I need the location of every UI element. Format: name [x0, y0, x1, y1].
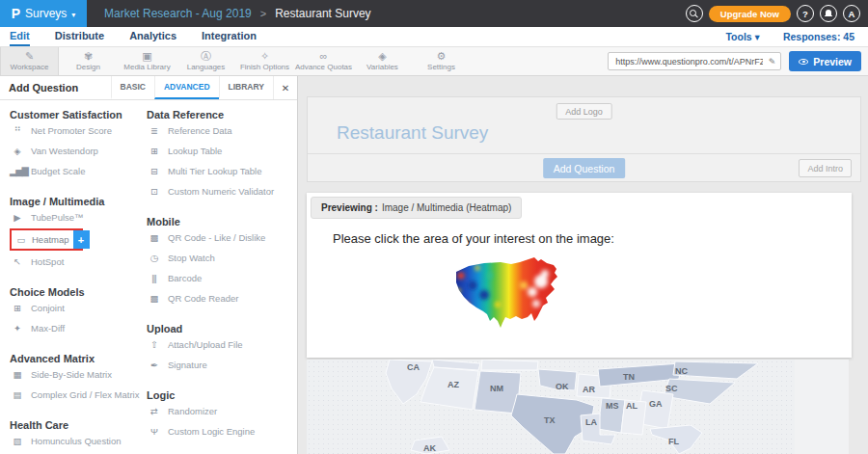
question-type-custom-logic-engine[interactable]: ΨCustom Logic Engine [147, 421, 295, 441]
breadcrumb-folder-link[interactable]: Market Research - Aug 2019 [104, 7, 252, 20]
question-type-barcode[interactable]: |||Barcode [147, 268, 295, 288]
question-type-van-westendorp[interactable]: ◈Van Westendorp [10, 141, 145, 161]
toolbar-item-design[interactable]: ✾Design [59, 47, 118, 75]
question-type-max-diff[interactable]: ✦Max-Diff [10, 318, 145, 338]
question-type-label: Attach/Upload File [168, 339, 243, 350]
question-type-side-by-side-matrix[interactable]: ▦Side-By-Side Matrix [10, 364, 145, 385]
state-label: AR [583, 385, 595, 394]
keyboard-data-icon: ≣ [147, 125, 161, 136]
question-type-label: Conjoint [31, 303, 65, 313]
question-type-attach-upload-file[interactable]: ⇧Attach/Upload File [147, 334, 295, 355]
toolbar-items: ✎Workspace✾Design▣Media LibraryⒶLanguage… [0, 47, 471, 75]
panel-tab-library[interactable]: LIBRARY [219, 76, 273, 99]
close-panel-button[interactable]: ✕ [273, 76, 297, 99]
panel-column-2: Data Reference≣Reference Data⊞Lookup Tab… [145, 100, 295, 454]
question-type-lookup-table[interactable]: ⊞Lookup Table [147, 141, 295, 161]
subnav-right: Tools ▾ Responses: 45 [725, 27, 858, 46]
tab-integration[interactable]: Integration [202, 27, 257, 46]
question-type-complex-grid-flex-matrix[interactable]: ▤Complex Grid / Flex Matrix [10, 385, 145, 405]
barcode-icon: ||| [147, 273, 161, 283]
help-button[interactable]: ? [797, 5, 814, 22]
add-heatmap-plus-button[interactable]: + [73, 230, 90, 249]
responses-count[interactable]: Responses: 45 [783, 31, 854, 42]
toolbar-item-settings[interactable]: ⚙Settings [412, 47, 471, 75]
tab-edit[interactable]: Edit [10, 27, 30, 46]
toolbar-item-languages[interactable]: ⒶLanguages [176, 47, 235, 75]
question-type-label: TubePulse™ [31, 212, 84, 223]
question-type-randomizer[interactable]: ⇄Randomizer [147, 401, 295, 421]
state-label: TN [623, 372, 635, 382]
upgrade-now-button[interactable]: Upgrade Now [709, 6, 791, 22]
question-type-qr-code-reader[interactable]: ▩QR Code Reader [147, 288, 295, 308]
question-type-label: Reference Data [168, 125, 232, 136]
panel-tabs: BASICADVANCEDLIBRARY [111, 76, 273, 99]
question-type-conjoint[interactable]: ⊞Conjoint [10, 298, 145, 318]
survey-title[interactable]: Restaurant Survey [337, 122, 488, 144]
search-button[interactable] [686, 5, 703, 22]
avatar[interactable]: A [843, 5, 860, 22]
calculator-icon: ⊡ [147, 186, 161, 197]
toolbar-item-label: Finish Options [240, 63, 289, 71]
question-type-multi-tier-lookup-table[interactable]: ⊟Multi Tier Lookup Table [147, 161, 295, 181]
toolbar-item-variables[interactable]: ◈Variables [353, 47, 412, 75]
question-type-label: Custom Numeric Validator [168, 186, 274, 197]
heatmap-us-outline [456, 257, 557, 328]
question-type-reference-data[interactable]: ≣Reference Data [147, 120, 295, 141]
app-logo-surveys-menu[interactable]: P Surveys ▾ [0, 0, 87, 27]
tab-distribute[interactable]: Distribute [55, 27, 104, 46]
question-type-tubepulse[interactable]: ▶TubePulse™ [10, 207, 145, 227]
toolbar-item-media-library[interactable]: ▣Media Library [118, 47, 176, 75]
question-type-qr-code-like-dislike[interactable]: ▩QR Code - Like / Dislike [147, 227, 295, 248]
toolbar-item-workspace[interactable]: ✎Workspace [0, 47, 59, 75]
panel-tab-basic[interactable]: BASIC [111, 76, 154, 99]
question-type-net-promoter-score[interactable]: ⠛Net Promoter Score [10, 120, 145, 141]
palette-icon: ✾ [84, 51, 93, 62]
add-question-button[interactable]: Add Question [543, 158, 626, 178]
question-type-label: Heatmap [32, 234, 69, 245]
magic-wand-icon: ✧ [260, 51, 269, 62]
tools-dropdown[interactable]: Tools ▾ [725, 31, 759, 42]
add-intro-button[interactable]: Add Intro [799, 159, 852, 177]
matrix-icon: ▦ [10, 369, 24, 380]
state-label: AK [423, 443, 436, 453]
question-type-custom-numeric-validator[interactable]: ⊡Custom Numeric Validator [147, 181, 295, 201]
heatmap-image[interactable] [448, 256, 565, 330]
body-image-icon: ▧ [10, 436, 24, 446]
panel-column-1: Customer Satisfaction⠛Net Promoter Score… [10, 100, 145, 454]
branch-icon: Ψ [147, 426, 161, 437]
question-text: Please click the area of your interest o… [333, 231, 852, 246]
question-type-stop-watch[interactable]: ◷Stop Watch [147, 248, 295, 268]
question-type-label: Max-Diff [31, 323, 65, 334]
toolbar-item-advance-quotas[interactable]: ∞Advance Quotas [294, 47, 353, 75]
state-label: AZ [448, 380, 459, 389]
cursor-icon: ↖ [10, 256, 24, 267]
add-logo-button[interactable]: Add Logo [556, 103, 612, 120]
section-title-health-care: Health Care [10, 419, 145, 431]
panel-tab-advanced[interactable]: ADVANCED [154, 76, 219, 99]
section-title-choice-models: Choice Models [10, 286, 145, 298]
notifications-button[interactable] [820, 5, 837, 22]
video-icon: ▶ [10, 212, 24, 223]
state-label: FL [668, 437, 679, 446]
preview-button[interactable]: Preview [789, 51, 861, 71]
toolbar-item-finish-options[interactable]: ✧Finish Options [235, 47, 294, 75]
tab-analytics[interactable]: Analytics [129, 27, 176, 46]
chain-links-icon: ∞ [320, 51, 328, 62]
question-type-budget-scale[interactable]: ▂▅▇Budget Scale [10, 161, 145, 181]
question-type-hotspot[interactable]: ↖HotSpot [10, 252, 145, 272]
question-type-signature[interactable]: ✒Signature [147, 355, 295, 375]
topbar-actions: Upgrade Now ? A [686, 5, 868, 22]
question-type-label: Randomizer [168, 406, 217, 416]
qr-reader-icon: ▩ [147, 293, 161, 304]
survey-url-input[interactable] [613, 56, 764, 67]
previewing-type: Image / Multimedia (Heatmap) [382, 202, 512, 213]
background-us-map: CA AZ NM OK AR TN NC SC GA MS AL TX LA F… [307, 360, 849, 454]
question-type-heatmap[interactable]: ▭Heatmap+ [10, 228, 83, 251]
grid-icon: ▤ [10, 389, 24, 400]
search-icon [690, 10, 698, 18]
price-tag-icon: ◈ [10, 146, 24, 156]
edit-url-pencil-icon[interactable]: ✎ [769, 57, 776, 67]
question-type-homunculus-question[interactable]: ▧Homunculus Question [10, 431, 145, 451]
question-type-label: Net Promoter Score [31, 125, 112, 136]
state-label: GA [649, 399, 663, 409]
